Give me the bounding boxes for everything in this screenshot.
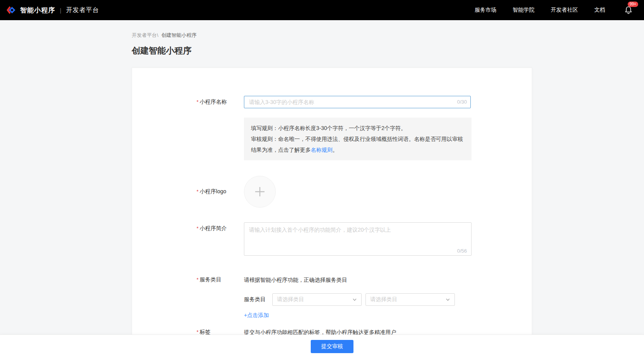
category-field-label: *服务类目 — [197, 274, 244, 319]
required-mark: * — [197, 99, 198, 105]
brand-subtitle: 开发者平台 — [66, 6, 99, 14]
logo-upload-button[interactable] — [244, 176, 276, 208]
plus-icon — [253, 185, 266, 198]
logo-field-row: *小程序logo — [197, 176, 471, 208]
brand-divider: | — [60, 7, 61, 14]
name-field-label: *小程序名称 — [197, 96, 244, 108]
required-mark: * — [197, 329, 198, 335]
topbar: 智能小程序 | 开发者平台 服务市场 智能学院 开发者社区 文档 99+ — [0, 0, 644, 20]
required-mark: * — [197, 189, 198, 194]
required-mark: * — [197, 277, 198, 282]
category-select-1[interactable]: 请选择类目 — [272, 293, 362, 306]
breadcrumb: 开发者平台\ 创建智能小程序 — [132, 32, 532, 39]
category-select-2[interactable]: 请选择类目 — [366, 293, 455, 306]
name-field-row: *小程序名称 0/30 — [197, 96, 471, 108]
intro-char-counter: 0/56 — [457, 248, 467, 254]
breadcrumb-parent[interactable]: 开发者平台\ — [132, 32, 158, 38]
app-intro-textarea[interactable] — [244, 222, 472, 256]
topbar-nav: 服务市场 智能学院 开发者社区 文档 99+ — [475, 5, 633, 15]
name-rules-line2: 审核规则：命名唯一，不得使用违法、侵权及行业领域概括性词语。名称是否可用以审核结… — [251, 133, 465, 155]
intro-field-row: *小程序简介 0/56 — [197, 222, 471, 257]
logo-field-label: *小程序logo — [197, 188, 244, 195]
required-mark: * — [197, 225, 198, 231]
brand-area[interactable]: 智能小程序 | 开发者平台 — [5, 5, 99, 16]
submit-review-button[interactable]: 提交审核 — [311, 340, 353, 353]
chevron-down-icon — [446, 297, 450, 302]
name-rules-line1: 填写规则：小程序名称长度3-30个字符，一个汉字等于2个字符。 — [251, 123, 465, 133]
app-name-input[interactable] — [244, 96, 471, 108]
nav-item-service-market[interactable]: 服务市场 — [475, 7, 496, 14]
name-char-counter: 0/30 — [457, 99, 467, 105]
nav-item-developer-community[interactable]: 开发者社区 — [551, 7, 578, 14]
chevron-down-icon — [352, 297, 357, 302]
page-content: 开发者平台\ 创建智能小程序 创建智能小程序 *小程序名称 0/30 填写规则：… — [0, 20, 644, 336]
create-form-card: *小程序名称 0/30 填写规则：小程序名称长度3-30个字符，一个汉字等于2个… — [132, 68, 532, 336]
category-field-row: *服务类目 请根据智能小程序功能，正确选择服务类目 服务类目 请选择类目 — [197, 274, 471, 319]
submit-footer: 提交审核 — [0, 334, 644, 357]
smartapp-logo-icon — [5, 5, 16, 16]
category-select-row: 服务类目 请选择类目 请选择类目 — [244, 293, 471, 306]
name-rules-link[interactable]: 名称规则 — [311, 147, 332, 153]
category-hint: 请根据智能小程序功能，正确选择服务类目 — [244, 274, 471, 283]
page-title: 创建智能小程序 — [132, 45, 532, 57]
notification-bell[interactable]: 99+ — [624, 5, 633, 15]
add-category-link[interactable]: +点击添加 — [244, 312, 269, 319]
name-rules-row: 填写规则：小程序名称长度3-30个字符，一个汉字等于2个字符。 审核规则：命名唯… — [197, 118, 471, 160]
notification-badge: 99+ — [628, 2, 638, 7]
name-rules-box: 填写规则：小程序名称长度3-30个字符，一个汉字等于2个字符。 审核规则：命名唯… — [244, 118, 472, 160]
breadcrumb-current: 创建智能小程序 — [161, 32, 197, 38]
category-row-label: 服务类目 — [244, 296, 272, 303]
nav-item-docs[interactable]: 文档 — [594, 7, 605, 14]
intro-field-label: *小程序简介 — [197, 222, 244, 257]
brand-title: 智能小程序 — [20, 6, 55, 15]
nav-item-smart-academy[interactable]: 智能学院 — [513, 7, 534, 14]
